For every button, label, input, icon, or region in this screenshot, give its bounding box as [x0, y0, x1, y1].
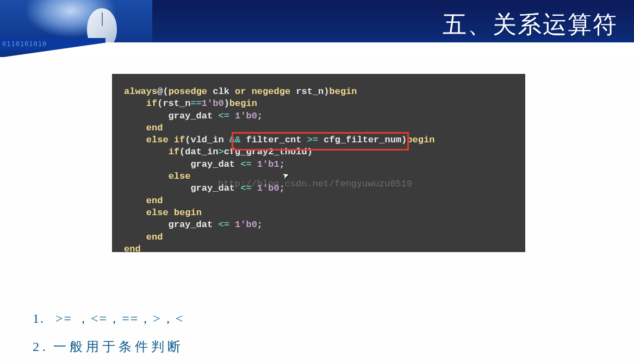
kw-always: always — [124, 86, 157, 97]
note-number-2: 2. — [33, 332, 47, 361]
code-block: always@(posedge clk or negedge rst_n)beg… — [112, 74, 525, 252]
note-number-1: 1. — [33, 304, 47, 332]
note-text-1: >= ，<=，==，>，< — [55, 311, 184, 325]
note-text-2: 一般用于条件判断 — [53, 340, 184, 354]
slide-header: 0110101010 五、关系运算符 — [0, 0, 634, 57]
slide-title: 五、关系运算符 — [443, 0, 634, 49]
watermark: http://blog.csdn.net/fengyuwuzu0519 — [218, 178, 412, 190]
header-curve — [0, 42, 634, 57]
notes-list: 1. >= ，<=，==，>，< 2. 一般用于条件判断 — [33, 304, 184, 361]
